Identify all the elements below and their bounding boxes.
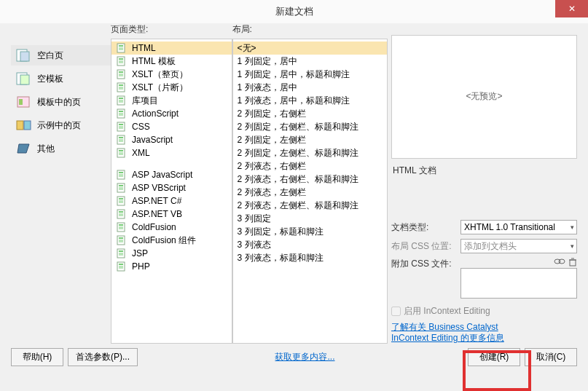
svg-rect-6 xyxy=(17,121,23,130)
trash-icon[interactable] xyxy=(568,258,577,266)
page-type-item[interactable]: XSLT（整页） xyxy=(111,68,231,81)
file-icon xyxy=(116,183,128,193)
page-type-item[interactable]: ActionScript xyxy=(111,107,231,120)
create-button[interactable]: 创建(R) xyxy=(468,348,520,366)
get-more-link[interactable]: 获取更多内容... xyxy=(275,351,334,363)
svg-rect-37 xyxy=(119,137,123,138)
page-type-item[interactable]: PHP xyxy=(111,260,231,273)
layout-item[interactable]: 2 列液态，左侧栏、标题和脚注 xyxy=(233,199,387,212)
layout-item[interactable]: 1 列固定，居中 xyxy=(233,55,387,68)
attachcss-input[interactable] xyxy=(460,268,577,299)
file-icon xyxy=(116,196,128,206)
page-type-item-label: XSLT（整页） xyxy=(132,68,188,81)
svg-rect-25 xyxy=(119,98,123,99)
layout-column: 布局: <无>1 列固定，居中1 列固定，居中，标题和脚注1 列液态，居中1 列… xyxy=(232,23,388,344)
layout-item[interactable]: 2 列固定，左侧栏 xyxy=(233,133,387,146)
doctype-label: 文档类型: xyxy=(391,221,460,234)
layout-item[interactable]: 3 列液态 xyxy=(233,238,387,251)
page-type-item-label: JavaScript xyxy=(132,135,173,145)
file-icon xyxy=(116,108,128,119)
page-type-item-label: HTML 模板 xyxy=(132,55,176,68)
attachcss-label: 附加 CSS 文件: xyxy=(391,258,460,270)
page-type-listbox[interactable]: HTMLHTML 模板XSLT（整页）XSLT（片断）库项目ActionScri… xyxy=(111,39,232,344)
page-type-item[interactable]: XML xyxy=(111,146,231,159)
layout-item[interactable]: 2 列固定，右侧栏 xyxy=(233,107,387,120)
category-label: 空白页 xyxy=(37,50,63,62)
blank-page-icon xyxy=(15,48,33,63)
layout-item[interactable]: 1 列液态，居中 xyxy=(233,81,387,94)
preview-description: HTML 文档 xyxy=(391,159,577,184)
file-icon xyxy=(116,82,128,92)
page-type-item[interactable]: ASP VBScript xyxy=(111,181,231,194)
incontext-checkbox xyxy=(391,307,401,316)
svg-rect-45 xyxy=(119,172,123,173)
learn-more-link[interactable]: 了解有关 Business Catalyst InContext Editing… xyxy=(391,322,577,344)
title-bar: 新建文档 ✕ xyxy=(0,0,588,23)
layout-item[interactable]: 2 列液态，左侧栏 xyxy=(233,186,387,199)
cancel-button[interactable]: 取消(C) xyxy=(525,348,577,366)
svg-rect-33 xyxy=(119,124,123,125)
close-button[interactable]: ✕ xyxy=(555,0,588,17)
csspos-row: 布局 CSS 位置: ▾ xyxy=(391,239,577,253)
file-icon xyxy=(116,56,128,66)
page-type-item[interactable]: HTML 模板 xyxy=(111,55,231,68)
csspos-select[interactable] xyxy=(460,239,577,253)
svg-rect-49 xyxy=(119,185,123,186)
link-icon[interactable] xyxy=(554,258,565,266)
svg-rect-7 xyxy=(24,121,31,130)
page-type-item[interactable]: 库项目 xyxy=(111,94,231,107)
page-type-item[interactable]: JavaScript xyxy=(111,133,231,146)
category-label: 空模板 xyxy=(37,73,63,85)
layout-item[interactable]: 2 列液态，右侧栏 xyxy=(233,159,387,173)
preview-box: <无预览> xyxy=(391,35,577,159)
category-other[interactable]: 其他 xyxy=(11,138,111,159)
page-type-item-label: XML xyxy=(132,148,150,158)
content-area: 空白页 空模板 模板中的页 示例中的页 其他 页面 xyxy=(0,23,588,344)
layout-item[interactable]: 3 列固定 xyxy=(233,212,387,225)
layout-item[interactable]: 3 列固定，标题和脚注 xyxy=(233,225,387,238)
category-page-from-sample[interactable]: 示例中的页 xyxy=(11,115,111,135)
file-icon xyxy=(116,135,128,145)
page-type-item[interactable]: ColdFusion 组件 xyxy=(111,234,231,247)
category-blank-template[interactable]: 空模板 xyxy=(11,68,111,89)
layout-item[interactable]: 1 列固定，居中，标题和脚注 xyxy=(233,68,387,81)
page-type-item-label: XSLT（片断） xyxy=(132,82,188,94)
svg-rect-69 xyxy=(119,250,123,252)
page-type-item[interactable]: HTML xyxy=(111,42,231,55)
layout-item[interactable]: 2 列固定，右侧栏、标题和脚注 xyxy=(233,120,387,133)
page-type-item[interactable]: ASP JavaScript xyxy=(111,168,231,181)
page-type-item[interactable]: XSLT（片断） xyxy=(111,81,231,94)
page-from-template-icon xyxy=(15,95,33,109)
svg-rect-17 xyxy=(119,71,123,73)
blank-template-icon xyxy=(15,71,33,86)
layout-listbox[interactable]: <无>1 列固定，居中1 列固定，居中，标题和脚注1 列液态，居中1 列液态，居… xyxy=(232,39,388,344)
svg-rect-53 xyxy=(119,198,123,200)
svg-rect-5 xyxy=(19,99,23,105)
doctype-select[interactable] xyxy=(460,220,577,234)
layout-item[interactable]: 3 列液态，标题和脚注 xyxy=(233,251,387,264)
category-page-from-template[interactable]: 模板中的页 xyxy=(11,92,111,112)
layout-item[interactable]: <无> xyxy=(233,42,387,55)
window-title: 新建文档 xyxy=(275,5,313,18)
page-type-item[interactable]: ASP.NET C# xyxy=(111,194,231,208)
file-icon xyxy=(116,222,128,232)
csspos-label: 布局 CSS 位置: xyxy=(391,240,460,253)
page-type-item[interactable]: ColdFusion xyxy=(111,221,231,234)
file-icon xyxy=(116,235,128,245)
file-icon xyxy=(116,209,128,219)
file-icon xyxy=(116,261,128,272)
help-button[interactable]: 帮助(H) xyxy=(11,348,63,366)
page-type-item-label: ASP VBScript xyxy=(132,183,186,193)
other-icon xyxy=(15,141,33,156)
layout-item[interactable]: 1 列液态，居中，标题和脚注 xyxy=(233,94,387,107)
page-type-item[interactable]: CSS xyxy=(111,120,231,133)
layout-item[interactable]: 2 列液态，右侧栏、标题和脚注 xyxy=(233,173,387,186)
category-blank-page[interactable]: 空白页 xyxy=(11,45,111,66)
svg-rect-1 xyxy=(20,52,29,61)
page-type-item[interactable]: ASP.NET VB xyxy=(111,208,231,221)
page-type-item[interactable]: JSP xyxy=(111,247,231,260)
layout-item[interactable]: 2 列固定，左侧栏、标题和脚注 xyxy=(233,146,387,159)
page-type-label: 页面类型: xyxy=(111,23,232,36)
page-type-item-label: ASP.NET VB xyxy=(132,209,182,219)
preferences-button[interactable]: 首选参数(P)... xyxy=(68,348,138,366)
